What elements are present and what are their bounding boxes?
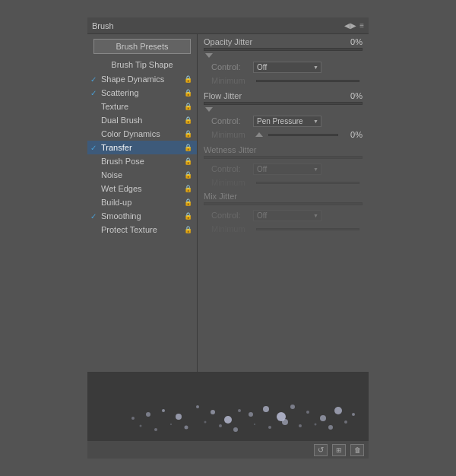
list-item-texture[interactable]: Texture 🔒 [87,100,197,113]
svg-point-11 [290,405,295,409]
list-item-color-dynamics[interactable]: Color Dynamics 🔒 [87,127,197,141]
mix-jitter-label: Mix Jitter [204,192,237,201]
control-select-wrapper-1: Off Fade Pen Pressure Pen Tilt Stylus Wh… [253,62,321,73]
control-select-4: Off [253,210,321,221]
right-spacer [204,235,363,369]
lock-icon-wet-edges: 🔒 [184,185,192,192]
svg-point-0 [131,417,135,420]
minimum-slider-2[interactable] [268,134,338,136]
control-select-3: Off [253,163,321,175]
brush-panel: Brush ◀▶ ≡ Brush Presets Brush Tip Shape… [87,17,369,459]
label-scattering: Scattering [101,88,182,97]
minimum-label-1: Minimum [211,76,253,85]
minimum-slider-3 [256,182,359,184]
svg-point-15 [352,413,355,416]
control-select-2[interactable]: Off Fade Pen Pressure Pen Tilt Stylus Wh… [253,116,321,127]
lock-icon-color-dynamics: 🔒 [184,130,192,138]
panel-icons: ◀▶ ≡ [344,21,364,30]
control-row-2: Control: Off Fade Pen Pressure Pen Tilt … [211,113,363,129]
flow-jitter-value: 0% [340,91,363,100]
lock-icon-protect-texture: 🔒 [184,226,192,233]
opacity-jitter-value: 0% [340,37,363,46]
new-preset-button[interactable]: ⊞ [332,444,346,456]
opacity-jitter-row: Opacity Jitter 0% [204,37,363,46]
triangle-up-icon [255,132,263,137]
lock-icon-brush-pose: 🔒 [184,157,192,165]
check-transfer: ✓ [90,144,101,152]
list-item-brush-pose[interactable]: Brush Pose 🔒 [87,154,197,168]
minimum-label-2: Minimum [211,130,253,139]
mix-section: Mix Jitter Control: Off Minimum [204,192,363,235]
flow-jitter-label: Flow Jitter [204,91,242,100]
list-item-wet-edges[interactable]: Wet Edges 🔒 [87,182,197,195]
label-shape-dynamics: Shape Dynamics [101,75,182,84]
svg-point-1 [146,412,150,417]
minimum-label-4: Minimum [211,224,253,233]
label-buildup: Build-up [101,198,182,207]
brush-preview-svg [87,373,369,440]
lock-icon-buildup: 🔒 [184,198,192,206]
right-panel: Opacity Jitter 0% Control: Off Fade Pen … [198,34,369,372]
wetness-jitter-row: Wetness Jitter [204,145,363,154]
flow-jitter-slider[interactable] [204,102,363,105]
menu-icon[interactable]: ≡ [359,21,364,30]
svg-point-19 [185,426,188,430]
minimum-value-2: 0% [341,130,363,139]
label-noise: Noise [101,170,182,179]
svg-point-17 [154,428,157,431]
list-item-scattering[interactable]: ✓ Scattering 🔒 [87,86,197,100]
minimum-slider-4 [256,228,359,230]
svg-point-7 [238,409,241,412]
opacity-jitter-slider[interactable] [204,48,363,51]
label-texture: Texture [101,102,182,111]
control-label-2: Control: [211,116,253,125]
preview-area [87,372,369,440]
label-dual-brush: Dual Brush [101,116,182,125]
control-select-wrapper-2: Off Fade Pen Pressure Pen Tilt Stylus Wh… [253,116,321,127]
label-wet-edges: Wet Edges [101,184,182,193]
lock-icon-noise: 🔒 [184,171,192,179]
list-item-smoothing[interactable]: ✓ Smoothing 🔒 [87,209,197,223]
control-label-3: Control: [211,164,253,173]
triangle-indicator-1 [204,53,363,58]
main-content: Brush Presets Brush Tip Shape ✓ Shape Dy… [87,34,369,372]
flow-jitter-row: Flow Jitter 0% [204,91,363,100]
list-item-noise[interactable]: Noise 🔒 [87,168,197,182]
svg-point-3 [176,414,182,420]
list-item-buildup[interactable]: Build-up 🔒 [87,195,197,209]
reset-icon: ↺ [318,446,324,454]
svg-point-25 [282,419,288,425]
control-select-wrapper-3: Off [253,163,321,175]
triangle-down-icon-2 [205,107,213,112]
svg-point-12 [306,411,309,414]
list-item-transfer[interactable]: ✓ Transfer 🔒 [87,141,197,154]
svg-point-24 [268,426,271,429]
delete-icon: 🗑 [354,446,361,454]
control-row-4: Control: Off [211,208,363,223]
control-label-4: Control: [211,211,253,220]
collapse-icon[interactable]: ◀▶ [344,21,356,30]
brush-presets-button[interactable]: Brush Presets [93,39,191,54]
delete-button[interactable]: 🗑 [350,444,364,456]
svg-point-4 [196,405,199,408]
svg-point-6 [224,416,232,424]
minimum-slider-1[interactable] [256,80,359,82]
label-transfer: Transfer [101,143,182,152]
control-select-1[interactable]: Off Fade Pen Pressure Pen Tilt Stylus Wh… [253,62,321,73]
list-item-dual-brush[interactable]: Dual Brush 🔒 [87,113,197,127]
list-item-shape-dynamics[interactable]: ✓ Shape Dynamics 🔒 [87,72,197,86]
minimum-row-3: Minimum [211,176,363,189]
lock-icon-scattering: 🔒 [184,89,192,97]
svg-point-14 [334,407,342,414]
list-item-protect-texture[interactable]: Protect Texture 🔒 [87,223,197,236]
lock-icon-transfer: 🔒 [184,144,192,151]
brush-tip-shape-label: Brush Tip Shape [87,60,197,69]
svg-point-26 [299,424,302,427]
left-panel: Brush Presets Brush Tip Shape ✓ Shape Dy… [87,34,198,372]
wetness-jitter-slider [204,156,363,159]
reset-button[interactable]: ↺ [314,444,328,456]
control-row-1: Control: Off Fade Pen Pressure Pen Tilt … [211,59,363,75]
lock-icon-smoothing: 🔒 [184,212,192,220]
lock-icon-dual-brush: 🔒 [184,116,192,124]
label-brush-pose: Brush Pose [101,157,182,166]
